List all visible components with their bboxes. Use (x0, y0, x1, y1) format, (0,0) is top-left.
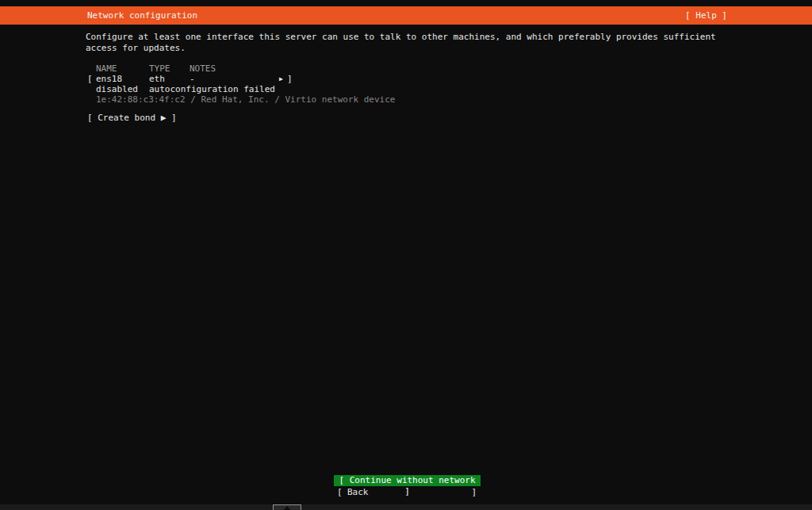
row-expand-arrow-icon: ▶ (279, 74, 283, 84)
column-header-name: NAME (96, 63, 117, 74)
back-button[interactable]: [ Back ] (334, 487, 481, 497)
intro-text-line2: access for updates. (0, 43, 812, 53)
help-button[interactable]: [ Help ] (685, 10, 727, 21)
interface-name-cell: ens18 (96, 74, 122, 84)
column-header-notes: NOTES (190, 63, 216, 74)
interface-status: disabled (96, 84, 138, 94)
page-title: Network configuration (87, 10, 197, 21)
console-bottom-strip (0, 504, 812, 510)
console-toolbar-handle[interactable] (273, 504, 301, 510)
interface-notes-cell: - (190, 74, 195, 84)
interface-table-header: NAME TYPE NOTES (0, 63, 812, 74)
interface-hardware-info: 1e:42:88:c3:4f:c2 / Red Hat, Inc. / Virt… (0, 94, 812, 105)
chevron-up-icon (283, 506, 291, 510)
back-bracket-open: [ (337, 487, 343, 497)
row-bracket-close: ] (287, 74, 293, 84)
back-bracket-close: ] (471, 487, 477, 497)
interface-type-cell: eth (149, 74, 165, 84)
interface-status-detail: autoconfiguration failed (149, 84, 275, 94)
create-bond-button[interactable]: [ Create bond ▶ ] (0, 113, 812, 123)
interface-status-line: disabled autoconfiguration failed (0, 84, 812, 94)
continue-without-network-button[interactable]: [ Continue without network ] (334, 475, 481, 486)
installer-screen: Network configuration [ Help ] Configure… (0, 0, 812, 510)
row-bracket-open: [ (87, 74, 93, 84)
intro-text-line1: Configure at least one interface this se… (0, 32, 812, 42)
interface-row[interactable]: [ ens18 eth - ▶ ] (0, 74, 812, 84)
back-button-label: Back (347, 487, 369, 497)
column-header-type: TYPE (149, 63, 170, 74)
title-bar: Network configuration [ Help ] (0, 6, 812, 25)
